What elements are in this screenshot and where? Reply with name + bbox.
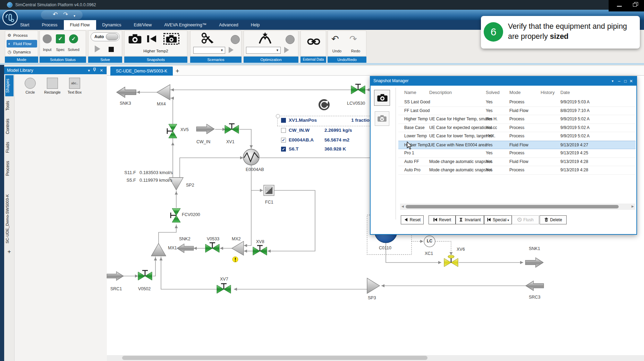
equipment-v0502[interactable] [138,270,152,280]
label-sp2: SP2 [186,183,194,188]
equipment-xv6[interactable] [444,255,458,267]
label-v0502: V0502 [138,286,151,291]
equipment-xv1[interactable] [225,124,239,134]
label-lcv0530: LCV0530 [347,101,365,106]
revert-button[interactable]: Revert [429,215,456,224]
reset-button[interactable]: Reset [401,215,424,224]
snapshot-options-button[interactable] [375,111,389,126]
equipment-mx2[interactable] [232,241,244,255]
equipment-src1[interactable] [107,272,124,281]
minimize-icon[interactable] [617,6,622,7]
cell-date: 8/8/2019 7:10 A [560,108,590,113]
overlay-row-s6-t[interactable]: ✓ S6.T 360.928 K [279,146,376,155]
special-button[interactable]: Special▾ [484,215,512,224]
invariant-button[interactable]: Invariant [456,215,484,224]
column-header-solved[interactable]: Solved [486,90,500,95]
cell-mode: Process [509,100,524,104]
cell-mode: Process [509,117,524,121]
snapshot-manager-titlebar[interactable]: Snapshot Manager ▾ – □ ✕ [371,77,636,86]
special-label: Special [493,217,506,222]
flush-button[interactable]: Flush [512,215,539,224]
label-e0004ab: E0004AB [246,167,264,172]
window-controls [609,0,644,11]
equipment-e0004ab[interactable] [243,149,259,165]
equipment-fcv0200[interactable] [171,208,180,222]
equipment-xv5[interactable] [167,124,177,138]
label-snk2: SNK2 [179,237,190,241]
scroll-right-icon[interactable]: ▶ [632,205,634,208]
reset-icon [404,217,408,222]
column-header-mode[interactable]: Mode [509,90,521,95]
cell-solved: Yes [486,151,493,155]
snapshot-row-pro-1[interactable]: Pro 1YesProcess9/13/2019 4:25 [398,149,636,158]
snapshot-row-base-case[interactable]: Base CaseUE Case for expected operationa… [398,124,636,132]
scroll-left-icon[interactable]: ◀ [401,205,404,208]
equipment-lcv0530[interactable] [351,84,365,94]
equipment-sp3[interactable] [367,278,380,293]
refresh-icon[interactable] [319,99,330,110]
cell-solved: Yes [486,159,493,164]
invariant-icon [459,217,463,222]
dialog-dropdown-icon[interactable]: ▾ [612,78,613,84]
warning-icon[interactable] [232,257,238,262]
equipment-snk2[interactable] [177,244,194,253]
equipment-snk3[interactable] [117,87,136,97]
snapshot-row-auto-ff[interactable]: Auto FFMode change automatic snapshotYes… [398,158,636,166]
snapshot-row-higher-temp2[interactable]: Higher Temp2UE Case with New E0004 areaY… [398,141,636,149]
overlay-value: 1 fraction [351,118,372,123]
restore-icon-front[interactable] [633,3,637,7]
equipment-cw-in[interactable] [196,124,214,134]
delete-button[interactable]: Delete [540,215,567,224]
cell-date: 9/9/2019 5:02 A [560,134,590,138]
snapshot-row-ss-last-good[interactable]: SS Last GoodYesProcess9/9/2019 5:03 A [398,98,636,107]
take-snapshot-button[interactable] [374,90,390,106]
snapshot-row-higher-temp[interactable]: Higher TempUE Case for Higher Temp, smal… [398,115,636,124]
cell-name: Base Case [404,125,425,130]
label-snk3: SNK3 [120,101,131,106]
equipment-mx4[interactable] [157,85,170,100]
equipment-v0533[interactable] [205,243,219,252]
equipment-xv7[interactable] [217,284,231,293]
snapshot-table-hscrollbar[interactable]: ◀ ▶ [400,204,635,210]
dialog-close-icon[interactable]: ✕ [629,78,633,84]
dialog-minimize-icon[interactable]: – [618,78,620,84]
overlay-checkbox-checked[interactable]: ✓ [281,138,286,143]
equipment-mx1[interactable] [151,243,166,256]
snapshot-row-ff-last-good[interactable]: FF Last GoodYesFluid Flow8/8/2019 7:10 A [398,107,636,115]
flush-label: Flush [523,217,533,222]
callout-step-number: 6 [484,22,503,42]
column-header-date[interactable]: Date [560,90,570,95]
equipment-fc1[interactable] [264,185,274,196]
cell-solved: Yes [486,134,493,138]
cell-mode: Fluid Flow [509,108,528,113]
label-xv7: XV7 [220,277,228,282]
stream-value-s5f: 0.119979 kmol/s [139,178,172,183]
overlay-checkbox-empty[interactable] [281,128,286,133]
equipment-xv8[interactable] [253,246,267,255]
dialog-maximize-icon[interactable]: □ [624,78,627,84]
overlay-row-e0004ab-a[interactable]: ✓ E0004AB.A 56.5674 m2 [279,137,376,146]
snapshot-scrollbar-thumb[interactable] [406,205,619,208]
overlay-checkbox-filled[interactable] [281,118,286,123]
overlay-row-xv1-manpos[interactable]: XV1.ManPos 1 fraction [279,117,376,126]
callout-text: Verify that the equipment and piping are… [508,22,637,42]
invariant-label: Invariant [465,217,481,222]
column-header-history[interactable]: History [541,90,554,95]
equipment-src3[interactable] [526,281,544,291]
snapshot-row-auto-pro[interactable]: Auto ProMode change automatic snapshotYe… [398,166,636,175]
cell-mode: Process [509,151,524,155]
column-header-description[interactable]: Description [429,90,452,95]
cell-description: Mode change automatic snapshot [429,167,492,172]
overlay-checkbox-checked-filled[interactable]: ✓ [281,147,286,152]
snapshot-row-lower-temp[interactable]: Lower TempUE Case for lower Temp, larger… [398,132,636,141]
callout-text-bold: sized [550,32,569,41]
cell-solved: Yes [486,117,493,121]
equipment-snk1[interactable] [525,258,543,267]
column-header-name[interactable]: Name [404,90,416,95]
label-src1: SRC1 [110,286,122,291]
stream-name-s5f: S5.F [117,178,136,183]
cell-date: 9/9/2019 5:02 A [560,117,590,121]
overlay-row-cw-in-w[interactable]: CW_IN.W 2.26991 kg/s [279,127,376,136]
overlay-value: 2.26991 kg/s [324,128,352,133]
camera-icon [377,93,388,102]
